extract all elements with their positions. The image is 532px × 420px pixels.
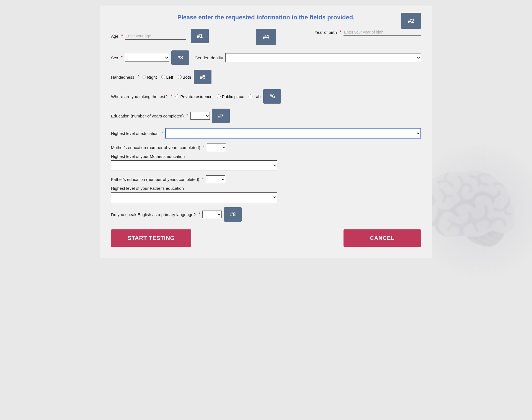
education-select[interactable]: 0 1 2 3 4 5 6 7 8 9 10 11 12 16 18 20 — [190, 112, 210, 120]
location-private-option[interactable]: Private residence — [175, 94, 213, 99]
highest-father-education-row: Highest level of your Father's education… — [111, 186, 421, 202]
age-input[interactable] — [125, 33, 186, 40]
location-label: Where are you taking the test? — [111, 94, 167, 99]
handedness-right-option[interactable]: Right — [142, 75, 157, 80]
handedness-both-radio[interactable] — [178, 75, 182, 79]
highest-mother-education-select[interactable]: Less than High School High School / GED … — [111, 160, 277, 170]
year-input[interactable] — [344, 29, 421, 36]
gender-select[interactable]: Male Female Non-binary Other — [225, 53, 421, 62]
education-label: Education (number of years completed) — [111, 114, 184, 118]
father-education-label: Father's education (number of years comp… — [111, 177, 199, 182]
badge-3: #3 — [171, 50, 189, 65]
father-education-select[interactable]: 0 1 12 16 — [206, 175, 225, 183]
highest-education-label: Highest level of education — [111, 131, 159, 136]
highest-education-row: Highest level of education * Less than H… — [111, 128, 421, 139]
highest-father-education-label: Highest level of your Father's education — [111, 186, 421, 191]
year-label: Year of birth — [314, 30, 337, 35]
location-lab-radio[interactable] — [249, 94, 252, 98]
age-label: Age — [111, 34, 118, 39]
start-testing-button[interactable]: START TESTING — [111, 229, 191, 247]
location-public-radio[interactable] — [217, 94, 221, 98]
english-required: * — [198, 212, 200, 217]
mother-education-row: Mother's education (number of years comp… — [111, 144, 421, 151]
handedness-radio-group: Right Left Both — [142, 75, 191, 80]
badge-8: #8 — [224, 207, 242, 222]
handedness-label: Handedness — [111, 75, 134, 80]
form-container: Please enter the requested information i… — [100, 6, 432, 258]
badge-1: #1 — [191, 29, 209, 43]
education-row: Education (number of years completed) * … — [111, 109, 421, 123]
cancel-button[interactable]: CANCEL — [344, 229, 421, 247]
handedness-right-label: Right — [147, 75, 157, 80]
handedness-left-label: Left — [166, 75, 173, 80]
location-lab-label: Lab — [254, 94, 260, 99]
location-required: * — [171, 94, 172, 99]
badge-2: #2 — [401, 13, 421, 29]
location-radio-group: Private residence Public place Lab — [175, 94, 261, 99]
father-education-required: * — [202, 177, 204, 182]
handedness-required: * — [138, 75, 139, 80]
page-title: Please enter the requested information i… — [111, 14, 421, 21]
sex-required: * — [121, 55, 123, 60]
gender-group: Gender Identity Male Female Non-binary O… — [195, 53, 421, 62]
location-row: Where are you taking the test? * Private… — [111, 89, 421, 104]
education-required: * — [187, 113, 188, 118]
father-education-row: Father's education (number of years comp… — [111, 175, 421, 183]
badge-6: #6 — [263, 89, 281, 104]
handedness-left-radio[interactable] — [161, 75, 165, 79]
location-public-option[interactable]: Public place — [217, 94, 244, 99]
highest-mother-education-row: Highest level of your Mother's education… — [111, 154, 421, 170]
highest-mother-education-label: Highest level of your Mother's education — [111, 154, 421, 159]
handedness-right-radio[interactable] — [142, 75, 146, 79]
location-private-label: Private residence — [180, 94, 213, 99]
handedness-left-option[interactable]: Left — [161, 75, 173, 80]
gender-label: Gender Identity — [195, 55, 223, 60]
badge-4: #4 — [256, 29, 276, 45]
english-row: Do you speak English as a primary langua… — [111, 207, 421, 222]
handedness-row: Handedness * Right Left Both #5 — [111, 70, 421, 84]
year-required: * — [340, 30, 341, 35]
mother-education-select[interactable]: 0 1 12 16 — [207, 144, 226, 151]
english-select[interactable]: Yes No — [202, 211, 222, 218]
highest-father-education-select[interactable]: Less than High School High School / GED … — [111, 192, 277, 202]
location-private-radio[interactable] — [175, 94, 179, 98]
sex-group: Sex * Male Female Other #3 — [111, 50, 189, 65]
highest-education-required: * — [161, 131, 163, 136]
badge-7: #7 — [212, 109, 230, 123]
english-label: Do you speak English as a primary langua… — [111, 212, 196, 217]
sex-select[interactable]: Male Female Other — [125, 54, 169, 62]
handedness-both-option[interactable]: Both — [178, 75, 191, 80]
badge-5: #5 — [194, 70, 211, 84]
sex-gender-row: Sex * Male Female Other #3 Gender Identi… — [111, 50, 421, 65]
location-public-label: Public place — [222, 94, 244, 99]
mother-education-required: * — [203, 145, 205, 150]
button-row: START TESTING CANCEL — [111, 229, 421, 247]
sex-label: Sex — [111, 55, 118, 60]
age-required: * — [121, 34, 123, 39]
mother-education-label: Mother's education (number of years comp… — [111, 145, 200, 150]
handedness-both-label: Both — [183, 75, 191, 80]
location-lab-option[interactable]: Lab — [249, 94, 260, 99]
highest-education-select[interactable]: Less than High School High School / GED … — [165, 128, 421, 139]
